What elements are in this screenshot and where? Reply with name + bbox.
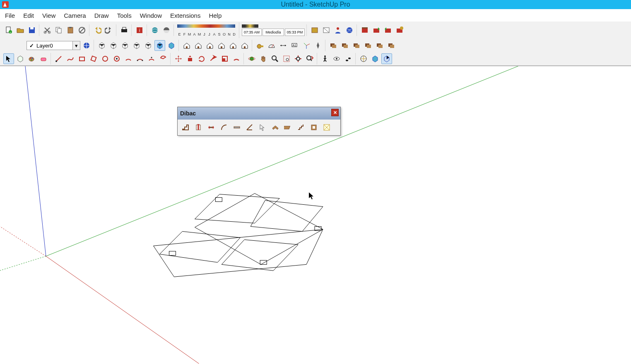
- menu-file[interactable]: File: [1, 10, 19, 21]
- pick-button[interactable]: [256, 121, 269, 134]
- globe-button[interactable]: [344, 25, 355, 36]
- dim-button[interactable]: [278, 40, 289, 51]
- rotate-button[interactable]: [196, 53, 207, 64]
- undo-button[interactable]: [92, 25, 103, 36]
- gr-4-button[interactable]: [363, 40, 373, 51]
- pushpull-button[interactable]: [185, 53, 195, 64]
- 3ptarc-button[interactable]: [146, 53, 157, 64]
- linear-dim-button[interactable]: [231, 121, 243, 134]
- print-button[interactable]: [119, 25, 130, 36]
- move-button[interactable]: [173, 53, 184, 64]
- arc-button[interactable]: [123, 53, 134, 64]
- delete-button[interactable]: [77, 25, 87, 36]
- menu-edit[interactable]: Edit: [19, 10, 38, 21]
- zoomwin-button[interactable]: [281, 53, 292, 64]
- stair-button[interactable]: [295, 121, 307, 134]
- align-tool-button[interactable]: [205, 121, 217, 134]
- house-5-button[interactable]: [228, 40, 238, 51]
- component-button[interactable]: [15, 53, 26, 64]
- rect-button[interactable]: [77, 53, 87, 64]
- orbit-button[interactable]: [246, 53, 257, 64]
- select-button[interactable]: [3, 53, 14, 64]
- opening-tool-button[interactable]: [192, 121, 205, 134]
- menu-help[interactable]: Help: [205, 10, 226, 21]
- layer-manager-button[interactable]: [81, 40, 92, 51]
- scale-button[interactable]: [219, 53, 230, 64]
- polygon-button[interactable]: [111, 53, 122, 64]
- protractor-button[interactable]: [266, 40, 277, 51]
- xray-button[interactable]: [370, 53, 381, 64]
- eraser-button[interactable]: [38, 53, 49, 64]
- slab-button[interactable]: [282, 121, 294, 134]
- circle-button[interactable]: [100, 53, 111, 64]
- view-left-button[interactable]: [154, 40, 165, 51]
- open-file-button[interactable]: [15, 25, 26, 36]
- dibac-toolbar[interactable]: Dibac ✕: [177, 107, 341, 136]
- view-front-button[interactable]: [120, 40, 130, 51]
- gr-2-button[interactable]: [340, 40, 350, 51]
- convert-3d-button[interactable]: [320, 121, 333, 134]
- house-6-button[interactable]: [239, 40, 250, 51]
- wall-tool-button[interactable]: [179, 121, 192, 134]
- new-file-button[interactable]: +: [3, 25, 14, 36]
- gr-5-button[interactable]: [374, 40, 385, 51]
- backedges-button[interactable]: [381, 53, 392, 64]
- gr-1-button[interactable]: [328, 40, 339, 51]
- menu-draw[interactable]: Draw: [90, 10, 113, 21]
- menu-tools[interactable]: Tools: [113, 10, 136, 21]
- angular-dim-button[interactable]: [243, 121, 256, 134]
- tape-button[interactable]: [255, 40, 265, 51]
- compass-button[interactable]: [313, 40, 323, 51]
- cut-button[interactable]: [42, 25, 53, 36]
- prev-button[interactable]: [304, 53, 315, 64]
- person-button[interactable]: [332, 25, 343, 36]
- view-right-button[interactable]: [143, 40, 154, 51]
- offset-button[interactable]: [231, 53, 242, 64]
- zoom-button[interactable]: [270, 53, 280, 64]
- section-button[interactable]: [358, 53, 369, 64]
- ext-1-button[interactable]: [359, 25, 370, 36]
- menu-view[interactable]: View: [38, 10, 60, 21]
- freehand-button[interactable]: [65, 53, 76, 64]
- menu-window[interactable]: Window: [136, 10, 166, 21]
- followme-button[interactable]: [208, 53, 219, 64]
- paste-button[interactable]: [65, 25, 76, 36]
- ext-3-button[interactable]: [383, 25, 393, 36]
- pan-button[interactable]: [258, 53, 269, 64]
- rotrect-button[interactable]: [88, 53, 99, 64]
- copy-button[interactable]: [53, 25, 64, 36]
- model-info-button[interactable]: i: [134, 25, 145, 36]
- ext-4-button[interactable]: [394, 25, 405, 36]
- view-top-button[interactable]: [108, 40, 119, 51]
- save-button[interactable]: [26, 25, 37, 36]
- walkthrough-button[interactable]: [343, 53, 354, 64]
- door-window-button[interactable]: [308, 121, 320, 134]
- paint-button[interactable]: [26, 53, 37, 64]
- view-back-button[interactable]: [131, 40, 142, 51]
- house-3-button[interactable]: [205, 40, 215, 51]
- redo-button[interactable]: [104, 25, 114, 36]
- line-button[interactable]: [53, 53, 64, 64]
- text-button[interactable]: A1: [289, 40, 300, 51]
- house-4-button[interactable]: [216, 40, 227, 51]
- close-icon[interactable]: ✕: [331, 109, 339, 116]
- zoomext-button[interactable]: [293, 53, 303, 64]
- gr-6-button[interactable]: [386, 40, 397, 51]
- axes-button[interactable]: [301, 40, 312, 51]
- walk-button[interactable]: [320, 53, 330, 64]
- house-2-button[interactable]: [193, 40, 204, 51]
- menu-extensions[interactable]: Extensions: [166, 10, 205, 21]
- geo-earth-button[interactable]: [149, 25, 160, 36]
- open-1-button[interactable]: [309, 25, 320, 36]
- view-persp-button[interactable]: [166, 40, 177, 51]
- menu-camera[interactable]: Camera: [60, 10, 90, 21]
- lookaround-button[interactable]: [331, 53, 342, 64]
- pie-button[interactable]: [158, 53, 169, 64]
- geo-shade-button[interactable]: [161, 25, 172, 36]
- ext-2-button[interactable]: [371, 25, 382, 36]
- house-1-button[interactable]: [181, 40, 192, 51]
- layer-dropdown[interactable]: ✓ Layer0 ▾: [26, 41, 80, 50]
- open-2-button[interactable]: [321, 25, 332, 36]
- 2ptarc-button[interactable]: [135, 53, 145, 64]
- view-iso-button[interactable]: [96, 40, 107, 51]
